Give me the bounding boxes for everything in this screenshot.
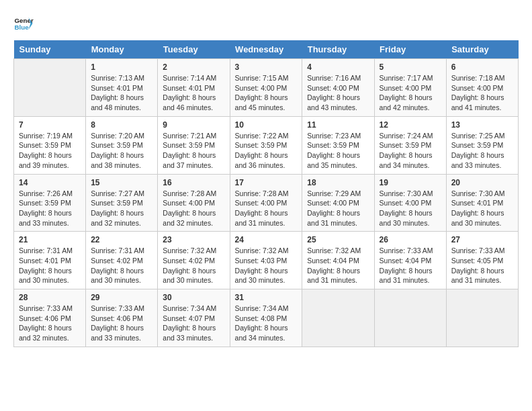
day-header-friday: Friday xyxy=(374,40,446,59)
day-info: Sunrise: 7:33 AM Sunset: 4:04 PM Dayligh… xyxy=(380,246,441,285)
day-info: Sunrise: 7:14 AM Sunset: 4:01 PM Dayligh… xyxy=(163,73,224,113)
calendar-header-row: SundayMondayTuesdayWednesdayThursdayFrid… xyxy=(14,40,519,59)
day-cell xyxy=(374,289,446,347)
day-cell: 29Sunrise: 7:33 AM Sunset: 4:06 PM Dayli… xyxy=(86,289,158,347)
day-header-sunday: Sunday xyxy=(14,40,86,59)
day-cell: 31Sunrise: 7:34 AM Sunset: 4:08 PM Dayli… xyxy=(230,289,302,347)
day-info: Sunrise: 7:17 AM Sunset: 4:00 PM Dayligh… xyxy=(380,73,441,113)
day-number: 24 xyxy=(235,235,298,244)
week-row-4: 28Sunrise: 7:33 AM Sunset: 4:06 PM Dayli… xyxy=(14,289,519,347)
day-number: 17 xyxy=(235,178,298,187)
day-number: 2 xyxy=(163,62,224,72)
day-number: 22 xyxy=(91,235,152,244)
day-cell: 19Sunrise: 7:30 AM Sunset: 4:00 PM Dayli… xyxy=(374,174,446,232)
day-number: 23 xyxy=(163,235,224,244)
day-info: Sunrise: 7:30 AM Sunset: 4:00 PM Dayligh… xyxy=(380,189,441,228)
day-header-wednesday: Wednesday xyxy=(230,40,302,59)
day-cell: 24Sunrise: 7:32 AM Sunset: 4:03 PM Dayli… xyxy=(230,232,302,289)
day-info: Sunrise: 7:21 AM Sunset: 3:59 PM Dayligh… xyxy=(163,131,224,171)
day-info: Sunrise: 7:29 AM Sunset: 4:00 PM Dayligh… xyxy=(307,189,369,228)
day-cell: 18Sunrise: 7:29 AM Sunset: 4:00 PM Dayli… xyxy=(302,174,374,232)
day-cell: 21Sunrise: 7:31 AM Sunset: 4:01 PM Dayli… xyxy=(14,232,86,289)
day-number: 13 xyxy=(451,120,513,130)
day-info: Sunrise: 7:18 AM Sunset: 4:00 PM Dayligh… xyxy=(451,73,513,113)
day-number: 16 xyxy=(163,178,224,187)
day-number: 12 xyxy=(380,120,441,130)
day-info: Sunrise: 7:23 AM Sunset: 3:59 PM Dayligh… xyxy=(307,131,369,171)
day-info: Sunrise: 7:31 AM Sunset: 4:02 PM Dayligh… xyxy=(91,246,152,285)
day-cell: 6Sunrise: 7:18 AM Sunset: 4:00 PM Daylig… xyxy=(446,59,518,117)
day-cell: 28Sunrise: 7:33 AM Sunset: 4:06 PM Dayli… xyxy=(14,289,86,347)
day-number: 11 xyxy=(307,120,369,130)
day-info: Sunrise: 7:24 AM Sunset: 3:59 PM Dayligh… xyxy=(380,131,441,171)
day-cell: 2Sunrise: 7:14 AM Sunset: 4:01 PM Daylig… xyxy=(158,59,230,117)
day-info: Sunrise: 7:33 AM Sunset: 4:06 PM Dayligh… xyxy=(19,304,81,343)
day-number: 8 xyxy=(91,120,152,130)
day-header-tuesday: Tuesday xyxy=(158,40,230,59)
day-number: 25 xyxy=(307,235,369,244)
day-cell: 9Sunrise: 7:21 AM Sunset: 3:59 PM Daylig… xyxy=(158,116,230,174)
day-cell: 22Sunrise: 7:31 AM Sunset: 4:02 PM Dayli… xyxy=(86,232,158,289)
day-number: 1 xyxy=(91,62,152,72)
day-info: Sunrise: 7:33 AM Sunset: 4:05 PM Dayligh… xyxy=(451,246,513,285)
day-cell: 23Sunrise: 7:32 AM Sunset: 4:02 PM Dayli… xyxy=(158,232,230,289)
week-row-1: 7Sunrise: 7:19 AM Sunset: 3:59 PM Daylig… xyxy=(14,116,519,174)
day-info: Sunrise: 7:32 AM Sunset: 4:03 PM Dayligh… xyxy=(235,246,298,285)
logo-icon: General Blue xyxy=(13,13,34,34)
week-row-3: 21Sunrise: 7:31 AM Sunset: 4:01 PM Dayli… xyxy=(14,232,519,289)
day-info: Sunrise: 7:16 AM Sunset: 4:00 PM Dayligh… xyxy=(307,73,369,113)
day-info: Sunrise: 7:26 AM Sunset: 3:59 PM Dayligh… xyxy=(19,189,81,228)
svg-text:Blue: Blue xyxy=(15,24,30,31)
day-number: 3 xyxy=(235,62,298,72)
day-header-saturday: Saturday xyxy=(446,40,518,59)
day-cell: 11Sunrise: 7:23 AM Sunset: 3:59 PM Dayli… xyxy=(302,116,374,174)
day-cell: 16Sunrise: 7:28 AM Sunset: 4:00 PM Dayli… xyxy=(158,174,230,232)
day-info: Sunrise: 7:30 AM Sunset: 4:01 PM Dayligh… xyxy=(451,189,513,228)
day-number: 10 xyxy=(235,120,298,130)
day-info: Sunrise: 7:28 AM Sunset: 4:00 PM Dayligh… xyxy=(163,189,224,228)
day-info: Sunrise: 7:19 AM Sunset: 3:59 PM Dayligh… xyxy=(19,131,81,171)
day-number: 21 xyxy=(19,235,81,244)
day-info: Sunrise: 7:28 AM Sunset: 4:00 PM Dayligh… xyxy=(235,189,298,228)
day-number: 14 xyxy=(19,178,81,187)
day-number: 26 xyxy=(380,235,441,244)
day-cell: 14Sunrise: 7:26 AM Sunset: 3:59 PM Dayli… xyxy=(14,174,86,232)
day-number: 15 xyxy=(91,178,152,187)
day-number: 18 xyxy=(307,178,369,187)
day-cell: 30Sunrise: 7:34 AM Sunset: 4:07 PM Dayli… xyxy=(158,289,230,347)
day-info: Sunrise: 7:27 AM Sunset: 3:59 PM Dayligh… xyxy=(91,189,152,228)
day-info: Sunrise: 7:13 AM Sunset: 4:01 PM Dayligh… xyxy=(91,73,152,113)
day-header-thursday: Thursday xyxy=(302,40,374,59)
day-info: Sunrise: 7:25 AM Sunset: 3:59 PM Dayligh… xyxy=(451,131,513,171)
day-number: 19 xyxy=(380,178,441,187)
day-info: Sunrise: 7:31 AM Sunset: 4:01 PM Dayligh… xyxy=(19,246,81,285)
day-number: 28 xyxy=(19,293,81,302)
day-cell: 4Sunrise: 7:16 AM Sunset: 4:00 PM Daylig… xyxy=(302,59,374,117)
day-header-monday: Monday xyxy=(86,40,158,59)
day-cell: 7Sunrise: 7:19 AM Sunset: 3:59 PM Daylig… xyxy=(14,116,86,174)
day-cell: 13Sunrise: 7:25 AM Sunset: 3:59 PM Dayli… xyxy=(446,116,518,174)
calendar-body: 1Sunrise: 7:13 AM Sunset: 4:01 PM Daylig… xyxy=(14,59,519,347)
week-row-2: 14Sunrise: 7:26 AM Sunset: 3:59 PM Dayli… xyxy=(14,174,519,232)
day-cell: 20Sunrise: 7:30 AM Sunset: 4:01 PM Dayli… xyxy=(446,174,518,232)
day-number: 4 xyxy=(307,62,369,72)
day-cell xyxy=(302,289,374,347)
day-info: Sunrise: 7:22 AM Sunset: 3:59 PM Dayligh… xyxy=(235,131,298,171)
day-cell: 15Sunrise: 7:27 AM Sunset: 3:59 PM Dayli… xyxy=(86,174,158,232)
day-number: 9 xyxy=(163,120,224,130)
day-number: 7 xyxy=(19,120,81,130)
day-cell: 25Sunrise: 7:32 AM Sunset: 4:04 PM Dayli… xyxy=(302,232,374,289)
day-cell: 1Sunrise: 7:13 AM Sunset: 4:01 PM Daylig… xyxy=(86,59,158,117)
day-number: 30 xyxy=(163,293,224,302)
day-number: 5 xyxy=(380,62,441,72)
day-cell: 27Sunrise: 7:33 AM Sunset: 4:05 PM Dayli… xyxy=(446,232,518,289)
day-info: Sunrise: 7:33 AM Sunset: 4:06 PM Dayligh… xyxy=(91,304,152,343)
day-info: Sunrise: 7:15 AM Sunset: 4:00 PM Dayligh… xyxy=(235,73,298,113)
day-number: 6 xyxy=(451,62,513,72)
day-cell: 17Sunrise: 7:28 AM Sunset: 4:00 PM Dayli… xyxy=(230,174,302,232)
logo: General Blue xyxy=(13,13,36,34)
day-number: 20 xyxy=(451,178,513,187)
day-cell xyxy=(14,59,86,117)
day-cell: 3Sunrise: 7:15 AM Sunset: 4:00 PM Daylig… xyxy=(230,59,302,117)
day-info: Sunrise: 7:34 AM Sunset: 4:07 PM Dayligh… xyxy=(163,304,224,343)
